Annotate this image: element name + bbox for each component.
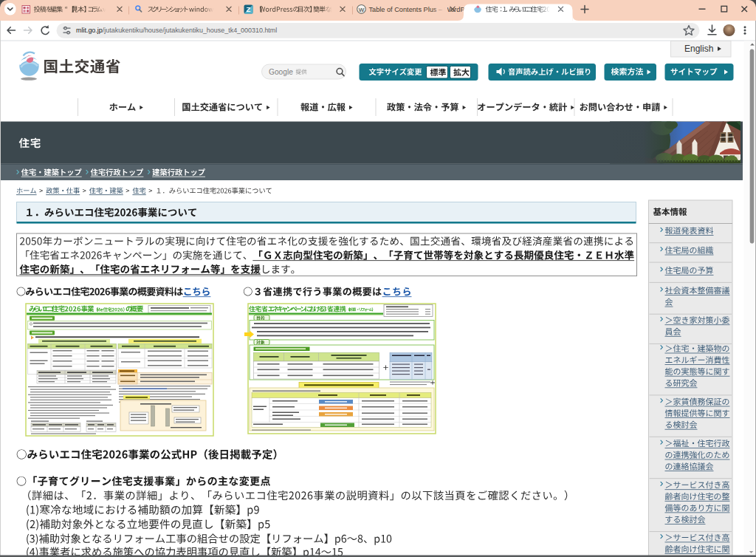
svg-text:W: W: [359, 7, 365, 13]
svg-text:English: English: [684, 44, 713, 54]
svg-text:Google: Google: [269, 68, 293, 76]
svg-text:mlit.go.jp/jutakukentiku/house: mlit.go.jp/jutakukentiku/house/jutakuken…: [76, 27, 277, 34]
svg-text:Z: Z: [247, 5, 251, 13]
